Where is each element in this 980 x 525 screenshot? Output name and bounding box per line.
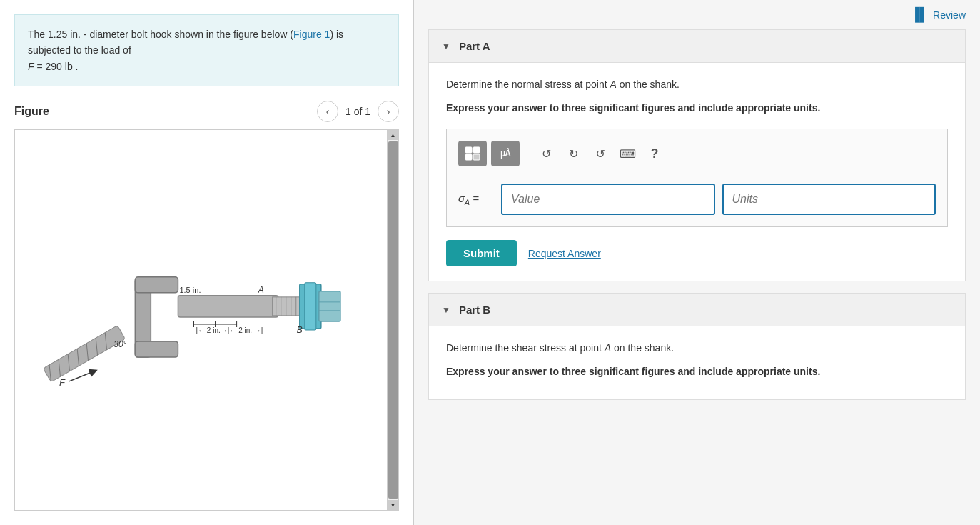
part-a-chevron: ▼ xyxy=(442,41,450,51)
part-b-description: Determine the shear stress at point A on… xyxy=(446,341,948,356)
svg-text:30°: 30° xyxy=(113,339,126,349)
keyboard-button[interactable]: ⌨ xyxy=(616,142,639,165)
figure-next-button[interactable]: › xyxy=(378,101,399,122)
review-icon: ▐▌ xyxy=(911,7,929,22)
figure-nav: ‹ 1 of 1 › xyxy=(317,101,399,122)
bolt-hook-svg: 30° 1.5 in. A |← 2 in.→|← 2 in. →| B xyxy=(22,137,380,503)
request-answer-link[interactable]: Request Answer xyxy=(528,248,601,259)
problem-box: The 1.25 in. - diameter bolt hook shown … xyxy=(14,14,399,86)
matrix-button[interactable] xyxy=(458,141,487,166)
problem-text-2: - diameter bolt hook shown in the figure… xyxy=(84,29,293,40)
submit-button[interactable]: Submit xyxy=(446,240,517,266)
review-bar: ▐▌ Review xyxy=(414,0,980,29)
figure-1-link[interactable]: Figure 1 xyxy=(293,29,330,40)
scroll-thumb[interactable] xyxy=(388,141,398,499)
part-a-header[interactable]: ▼ Part A xyxy=(429,30,965,63)
svg-rect-10 xyxy=(135,277,178,293)
redo-button[interactable]: ↻ xyxy=(562,142,585,165)
svg-text:1.5 in.: 1.5 in. xyxy=(179,286,201,294)
svg-rect-37 xyxy=(465,154,472,160)
review-label: Review xyxy=(933,9,966,21)
part-b-chevron: ▼ xyxy=(442,305,450,315)
part-a-toolbar: μÅ ↺ ↻ ↻ ⌨ ? xyxy=(458,141,936,174)
part-b-content: Determine the shear stress at point A on… xyxy=(429,326,965,399)
figure-scrollbar[interactable]: ▲ ▼ xyxy=(387,130,398,510)
figure-count: 1 of 1 xyxy=(345,106,370,117)
refresh-button[interactable]: ↻ xyxy=(589,142,612,165)
part-a-section: ▼ Part A Determine the normal stress at … xyxy=(428,29,966,281)
svg-text:A: A xyxy=(258,285,264,295)
figure-section: Figure ‹ 1 of 1 › xyxy=(14,101,399,511)
svg-rect-38 xyxy=(473,154,480,160)
svg-text:F: F xyxy=(59,377,66,388)
part-b-section: ▼ Part B Determine the shear stress at p… xyxy=(428,293,966,400)
figure-prev-button[interactable]: ‹ xyxy=(317,101,338,122)
value-input[interactable] xyxy=(501,184,715,215)
problem-unit: in. xyxy=(70,29,81,40)
part-a-answer-box: μÅ ↺ ↻ ↻ ⌨ ? σA = xyxy=(446,129,948,227)
svg-text:B: B xyxy=(297,325,303,335)
part-b-title: Part B xyxy=(459,304,490,316)
left-panel: The 1.25 in. - diameter bolt hook shown … xyxy=(0,0,414,525)
figure-header: Figure ‹ 1 of 1 › xyxy=(14,101,399,122)
problem-force: F xyxy=(28,61,34,72)
undo-button[interactable]: ↺ xyxy=(535,142,557,165)
svg-rect-35 xyxy=(465,147,472,153)
mu-button[interactable]: μÅ xyxy=(491,141,520,166)
part-a-instruction: Express your answer to three significant… xyxy=(446,101,948,116)
svg-rect-13 xyxy=(273,297,301,316)
svg-text:|← 2 in.→|← 2 in. →|: |← 2 in.→|← 2 in. →| xyxy=(196,326,263,334)
content-area: ▼ Part A Determine the normal stress at … xyxy=(414,29,980,525)
svg-rect-12 xyxy=(178,296,278,317)
right-panel: ▐▌ Review ▼ Part A Determine the normal … xyxy=(414,0,980,525)
part-a-action-row: Submit Request Answer xyxy=(446,240,948,266)
part-b-instruction: Express your answer to three significant… xyxy=(446,364,948,379)
svg-rect-11 xyxy=(135,341,178,357)
svg-rect-20 xyxy=(305,283,316,330)
part-a-input-row: σA = xyxy=(458,184,936,215)
svg-rect-21 xyxy=(319,291,340,321)
scroll-down-button[interactable]: ▼ xyxy=(388,500,398,510)
figure-canvas: 30° 1.5 in. A |← 2 in.→|← 2 in. →| B xyxy=(15,130,387,510)
matrix-icon xyxy=(465,146,480,161)
figure-image-container: 30° 1.5 in. A |← 2 in.→|← 2 in. →| B xyxy=(14,129,399,511)
help-button[interactable]: ? xyxy=(643,142,666,165)
scroll-up-button[interactable]: ▲ xyxy=(388,130,398,140)
review-button[interactable]: ▐▌ Review xyxy=(911,7,966,22)
toolbar-sep-1 xyxy=(527,145,527,162)
units-input[interactable] xyxy=(722,184,936,215)
figure-title: Figure xyxy=(14,105,49,118)
problem-force-val: = 290 lb . xyxy=(34,61,79,72)
part-a-content: Determine the normal stress at point A o… xyxy=(429,63,965,281)
svg-rect-36 xyxy=(473,147,480,153)
part-b-header[interactable]: ▼ Part B xyxy=(429,294,965,326)
part-a-description: Determine the normal stress at point A o… xyxy=(446,77,948,92)
sigma-label: σA = xyxy=(458,192,494,206)
problem-text-prefix: The 1.25 xyxy=(28,29,67,40)
part-a-title: Part A xyxy=(459,40,490,52)
